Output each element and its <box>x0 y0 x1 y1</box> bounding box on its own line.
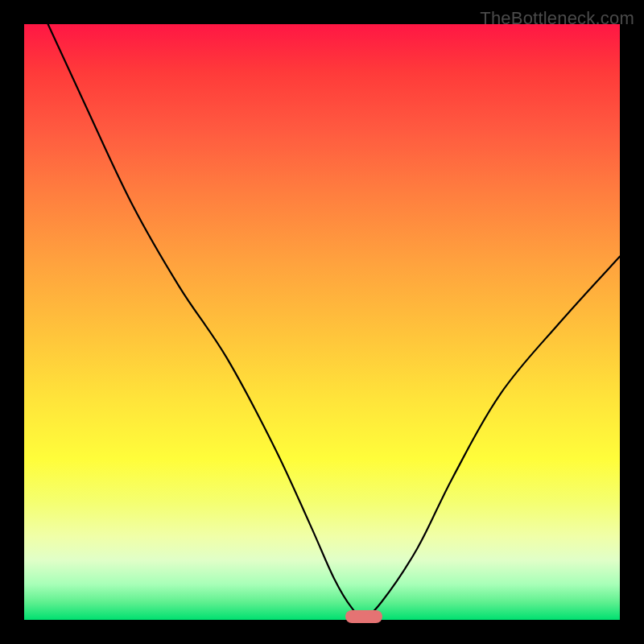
bottleneck-curve <box>24 24 620 620</box>
optimum-marker <box>345 610 382 623</box>
chart-plot-area <box>24 24 620 620</box>
watermark-text: TheBottleneck.com <box>480 8 634 29</box>
